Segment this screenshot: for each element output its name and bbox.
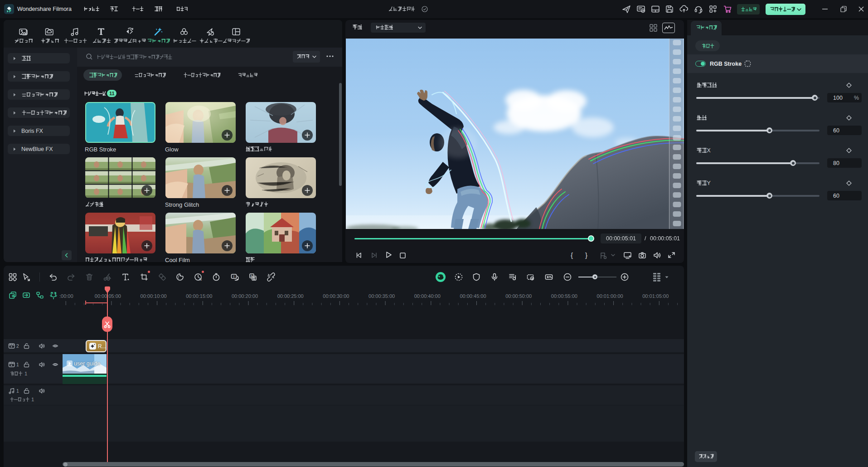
svg-text:AI: AI (199, 278, 202, 281)
svg-text:1: 1 (31, 397, 34, 402)
svg-text:T: T (233, 275, 235, 279)
svg-text:A: A (251, 274, 253, 277)
svg-text:1: 1 (24, 371, 27, 376)
svg-text:X: X (707, 147, 710, 153)
svg-text:Y: Y (707, 180, 710, 186)
